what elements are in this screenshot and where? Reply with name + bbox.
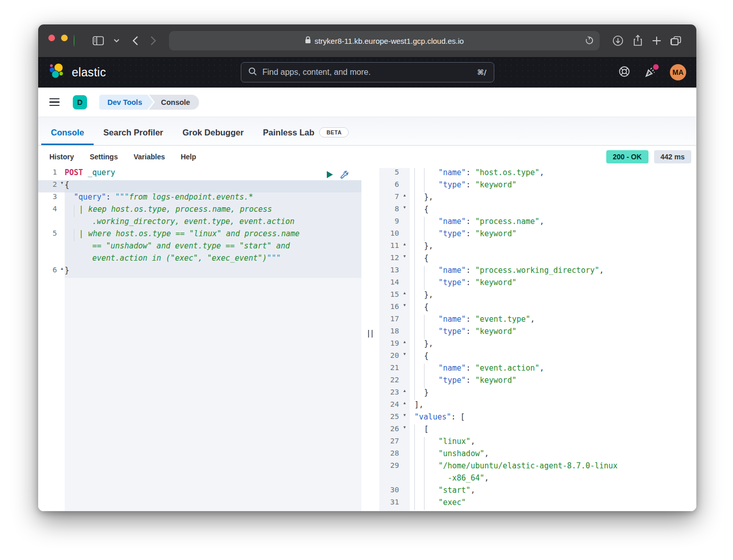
gutter-line xyxy=(38,217,65,229)
code-line: "type": "keyword" xyxy=(410,180,696,192)
gutter-line: 7▴ xyxy=(379,192,410,205)
browser-titlebar: stryker8-11.kb.europe-west1.gcp.cloud.es… xyxy=(38,24,696,57)
tab-grok-debugger[interactable]: Grok Debugger xyxy=(173,128,253,145)
code-line: } xyxy=(65,266,361,278)
request-gutter: 12▾3456▴ xyxy=(38,168,65,511)
toolbar-item-history[interactable]: History xyxy=(49,153,74,161)
fold-expand-icon[interactable]: ▴ xyxy=(403,241,406,246)
code-line: "name": "process.working_directory", xyxy=(410,266,696,278)
panel-resize-handle[interactable] xyxy=(361,168,379,511)
sidebar-toggle-icon[interactable] xyxy=(92,36,104,46)
gutter-line: 2▾ xyxy=(38,180,65,192)
gutter-line: 21 xyxy=(379,363,410,376)
devtools-app-chip[interactable]: D xyxy=(73,95,87,109)
gutter-line: 28 xyxy=(379,449,410,461)
elastic-header: elastic Find apps, content, and more. ⌘/ xyxy=(38,57,696,88)
gutter-line: 15▴ xyxy=(379,290,410,302)
gutter-line xyxy=(38,241,65,254)
breadcrumb-bar: D Dev Tools Console xyxy=(38,88,696,117)
code-line: POST _query xyxy=(65,168,361,180)
tab-label: Search Profiler xyxy=(103,128,163,137)
fold-collapse-icon[interactable]: ▾ xyxy=(403,425,406,430)
code-line: "query": """from logs-endpoint.events.* xyxy=(65,192,361,205)
gutter-line: 4 xyxy=(38,205,65,217)
elastic-logo-icon[interactable] xyxy=(48,63,66,81)
fold-collapse-icon[interactable]: ▾ xyxy=(403,351,406,356)
notification-badge xyxy=(652,63,660,71)
close-window-button[interactable] xyxy=(48,35,55,41)
gutter-line: 24▴ xyxy=(379,400,410,412)
gutter-line xyxy=(38,254,65,266)
response-gutter: 567▴8▾91011▴12▾131415▴16▾171819▴20▾21222… xyxy=(379,168,410,511)
fold-collapse-icon[interactable]: ▾ xyxy=(403,254,406,259)
forward-button[interactable] xyxy=(150,36,156,46)
code-line: "type": "keyword" xyxy=(410,278,696,290)
gutter-line: 1 xyxy=(38,168,65,180)
code-line: "unshadow", xyxy=(410,449,696,461)
resize-grip-icon xyxy=(368,330,373,338)
fold-expand-icon[interactable]: ▴ xyxy=(403,400,406,405)
gutter-line: 27 xyxy=(379,437,410,449)
fold-collapse-icon[interactable]: ▾ xyxy=(403,412,406,417)
fold-expand-icon[interactable]: ▴ xyxy=(403,339,406,344)
minimize-window-button[interactable] xyxy=(61,35,68,41)
breadcrumb: Dev Tools Console xyxy=(99,95,199,110)
tab-label: Console xyxy=(51,128,84,137)
gutter-line: 6 xyxy=(379,180,410,192)
response-viewer[interactable]: "name": "host.os.type", "type": "keyword… xyxy=(410,168,696,511)
share-icon[interactable] xyxy=(633,35,643,47)
reload-icon[interactable] xyxy=(585,36,594,47)
fold-collapse-icon[interactable]: ▾ xyxy=(403,205,406,210)
fold-collapse-icon[interactable]: ▾ xyxy=(61,180,63,185)
code-line: "name": "event.action", xyxy=(410,363,696,376)
downloads-icon[interactable] xyxy=(612,35,624,46)
wrench-icon[interactable] xyxy=(340,170,349,182)
code-line: | where host.os.type == "linux" and proc… xyxy=(65,229,361,241)
gutter-line: 13 xyxy=(379,266,410,278)
toolbar-item-help[interactable]: Help xyxy=(181,153,196,161)
zoom-window-button[interactable] xyxy=(74,35,74,47)
code-line: -x86_64", xyxy=(410,473,696,486)
fold-expand-icon[interactable]: ▴ xyxy=(403,192,406,198)
address-bar[interactable]: stryker8-11.kb.europe-west1.gcp.cloud.es… xyxy=(169,31,600,50)
back-button[interactable] xyxy=(132,36,138,46)
menu-icon[interactable] xyxy=(49,98,60,106)
help-icon[interactable] xyxy=(618,65,631,80)
fold-expand-icon[interactable]: ▴ xyxy=(61,266,63,271)
window-controls xyxy=(48,35,74,47)
global-search-input[interactable]: Find apps, content, and more. ⌘/ xyxy=(241,62,494,82)
code-line: == "unshadow" and event.type == "start" … xyxy=(65,241,361,254)
code-line: "exec" xyxy=(410,498,696,510)
newsfeed-icon[interactable] xyxy=(644,65,657,80)
fold-expand-icon[interactable]: ▴ xyxy=(403,388,406,393)
tab-console[interactable]: Console xyxy=(41,128,94,145)
code-line: } xyxy=(410,388,696,400)
fold-collapse-icon[interactable]: ▾ xyxy=(403,302,406,307)
code-line: event.action in ("exec", "exec_event")""… xyxy=(65,254,361,266)
breadcrumb-dev-tools[interactable]: Dev Tools xyxy=(99,95,153,110)
code-line: "type": "keyword" xyxy=(410,327,696,339)
desktop-background: stryker8-11.kb.europe-west1.gcp.cloud.es… xyxy=(0,0,733,560)
gutter-line: 26▾ xyxy=(379,425,410,437)
gutter-line: 14 xyxy=(379,278,410,290)
gutter-line: 29 xyxy=(379,461,410,473)
gutter-line: 9 xyxy=(379,217,410,229)
user-avatar[interactable]: MA xyxy=(670,64,686,80)
code-line: [ xyxy=(410,425,696,437)
send-request-button[interactable] xyxy=(326,171,334,181)
new-tab-icon[interactable] xyxy=(652,36,661,45)
toolbar-item-settings[interactable]: Settings xyxy=(90,153,118,161)
tab-painless-lab[interactable]: Painless LabBETA xyxy=(253,127,359,145)
tab-search-profiler[interactable]: Search Profiler xyxy=(94,128,173,145)
status-badge: 200 - OK xyxy=(606,150,649,163)
fold-expand-icon[interactable]: ▴ xyxy=(403,290,406,295)
gutter-line: 16▾ xyxy=(379,302,410,315)
toolbar-item-variables[interactable]: Variables xyxy=(133,153,165,161)
gutter-line: 10 xyxy=(379,229,410,241)
code-line: { xyxy=(65,180,361,192)
request-editor[interactable]: POST _query{ "query": """from logs-endpo… xyxy=(65,168,361,511)
code-line: "/home/ubuntu/elastic-agent-8.7.0-linux xyxy=(410,461,696,473)
tab-group-chevron-icon[interactable] xyxy=(114,39,120,43)
tab-overview-icon[interactable] xyxy=(670,36,682,46)
code-line: { xyxy=(410,254,696,266)
